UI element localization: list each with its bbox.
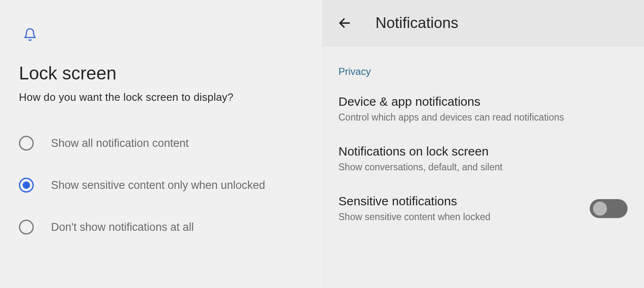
lock-screen-dialog: Lock screen How do you want the lock scr… — [0, 0, 322, 288]
appbar: Notifications — [322, 0, 644, 46]
toggle-sensitive-notifications[interactable] — [590, 199, 628, 218]
radio-icon — [19, 136, 34, 151]
radio-icon — [19, 178, 34, 193]
radio-icon — [19, 220, 34, 235]
setting-desc: Show sensitive content when locked — [338, 211, 580, 223]
section-label-privacy: Privacy — [322, 46, 644, 85]
setting-desc: Control which apps and devices can read … — [338, 112, 628, 123]
setting-notifications-lock-screen[interactable]: Notifications on lock screen Show conver… — [322, 135, 644, 184]
radio-option-sensitive-unlocked[interactable]: Show sensitive content only when unlocke… — [19, 178, 303, 193]
dialog-subtitle: How do you want the lock screen to displ… — [19, 91, 303, 104]
bell-icon — [23, 27, 303, 44]
radio-label: Show sensitive content only when unlocke… — [51, 179, 265, 192]
arrow-left-icon — [338, 16, 352, 30]
setting-title: Sensitive notifications — [338, 194, 580, 208]
setting-desc: Show conversations, default, and silent — [338, 162, 628, 173]
setting-sensitive-notifications[interactable]: Sensitive notifications Show sensitive c… — [322, 184, 644, 234]
back-button[interactable] — [334, 13, 355, 33]
appbar-title: Notifications — [375, 14, 459, 32]
dialog-title: Lock screen — [19, 63, 303, 84]
radio-label: Show all notification content — [51, 137, 189, 150]
notifications-settings: Notifications Privacy Device & app notif… — [322, 0, 644, 288]
radio-option-show-all[interactable]: Show all notification content — [19, 136, 303, 151]
radio-label: Don't show notifications at all — [51, 221, 194, 234]
toggle-knob — [593, 202, 607, 216]
setting-device-app-notifications[interactable]: Device & app notifications Control which… — [322, 85, 644, 135]
radio-option-none[interactable]: Don't show notifications at all — [19, 220, 303, 235]
setting-title: Device & app notifications — [338, 95, 628, 109]
setting-title: Notifications on lock screen — [338, 144, 628, 158]
